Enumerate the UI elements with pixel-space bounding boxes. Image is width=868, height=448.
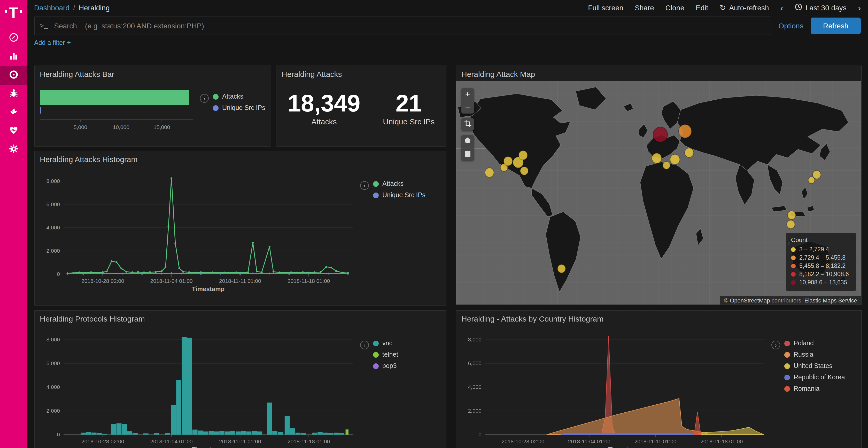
legend-item[interactable]: Unique Src IPs xyxy=(373,192,426,199)
breadcrumb-dashboard-link[interactable]: Dashboard xyxy=(34,4,69,12)
panel-title: Heralding - Attacks by Country Histogram xyxy=(456,311,861,325)
svg-text:2018-11-11 01:00: 2018-11-11 01:00 xyxy=(634,439,677,444)
legend-item[interactable]: Attacks xyxy=(373,180,426,187)
sidebar-item-dashboard[interactable] xyxy=(0,66,27,84)
legend-label: Attacks xyxy=(382,180,404,187)
metric-label: Attacks xyxy=(288,117,361,126)
sidebar-item-tools[interactable] xyxy=(0,103,27,122)
legend-item[interactable]: pop3 xyxy=(373,362,398,370)
options-link[interactable]: Options xyxy=(778,22,803,30)
draw-rectangle-button[interactable] xyxy=(461,148,474,161)
refresh-button[interactable]: Refresh xyxy=(811,18,861,34)
legend-dot xyxy=(784,340,790,346)
top-nav: Dashboard/Heralding Full screen Share Cl… xyxy=(27,0,868,15)
legend-item[interactable]: Russia xyxy=(784,351,845,358)
search-box[interactable]: >_ xyxy=(34,16,771,35)
legend-collapse-icon[interactable]: › xyxy=(200,94,209,103)
search-input[interactable] xyxy=(53,21,766,30)
legend-item[interactable]: Attacks xyxy=(213,93,265,100)
svg-text:4,000: 4,000 xyxy=(46,384,60,390)
svg-text:2,000: 2,000 xyxy=(46,408,60,414)
attacks-bar-chart[interactable]: 5,00010,00015,000 xyxy=(39,87,199,136)
legend-item[interactable]: 3 – 2,729.4 xyxy=(791,246,851,252)
country-histogram-chart[interactable]: 02,0004,0006,0008,0002018-10-28 02:00201… xyxy=(460,326,770,448)
legend-dot xyxy=(784,363,790,369)
square-icon xyxy=(464,150,471,159)
legend-dot xyxy=(791,280,796,285)
svg-text:0: 0 xyxy=(478,432,482,438)
wrench-icon xyxy=(8,107,18,118)
svg-text:2018-11-04 01:00: 2018-11-04 01:00 xyxy=(150,278,193,284)
time-back-button[interactable]: ‹ xyxy=(780,3,783,12)
metric-value: 18,349 xyxy=(288,91,361,116)
sidebar-item-visualize[interactable] xyxy=(0,47,27,66)
legend-item[interactable]: Romania xyxy=(784,385,845,392)
time-forward-button[interactable]: › xyxy=(858,3,861,12)
attacks-histogram-chart[interactable]: 02,0004,0006,0008,0002018-10-28 02:00201… xyxy=(39,167,359,300)
auto-refresh-button[interactable]: ↻Auto-refresh xyxy=(719,3,769,12)
legend-collapse-icon[interactable]: › xyxy=(360,341,369,349)
sidebar-item-discover[interactable] xyxy=(0,29,27,47)
openstreetmap-link[interactable]: OpenStreetMap xyxy=(730,297,770,304)
add-filter-link[interactable]: Add a filter+ xyxy=(34,39,71,46)
legend-item[interactable]: Unique Src IPs xyxy=(213,104,265,111)
panel-attacks-bar: Heralding Attacks Bar 5,00010,00015,000 … xyxy=(34,66,271,146)
legend-label: vnc xyxy=(382,340,393,347)
legend-dot xyxy=(791,247,796,252)
sidebar-item-security[interactable] xyxy=(0,84,27,103)
svg-text:2018-10-28 02:00: 2018-10-28 02:00 xyxy=(82,439,124,444)
svg-text:Timestamp: Timestamp xyxy=(609,446,641,448)
panel-attacks-metric: Heralding Attacks 18,349 Attacks 21 Uniq… xyxy=(276,66,446,146)
legend-item[interactable]: 10,908.6 – 13,635 xyxy=(791,279,851,285)
sidebar-item-monitoring[interactable] xyxy=(0,122,27,140)
clone-button[interactable]: Clone xyxy=(665,4,684,12)
legend-item[interactable]: 5,455.8 – 8,182.2 xyxy=(791,263,851,269)
panel-title: Heralding Attacks Bar xyxy=(35,66,271,80)
breadcrumb: Dashboard/Heralding xyxy=(34,4,110,12)
zoom-out-button[interactable]: − xyxy=(461,101,474,113)
legend-dot xyxy=(373,340,379,346)
legend-dot xyxy=(784,386,790,391)
legend-dot xyxy=(791,264,796,268)
legend-label: 2,729.4 – 5,455.8 xyxy=(799,254,845,261)
panel-attacks-histogram: Heralding Attacks Histogram 02,0004,0006… xyxy=(34,151,446,306)
legend-item[interactable]: Poland xyxy=(784,340,845,347)
logo-letter: T xyxy=(9,5,18,21)
telekom-logo[interactable]: T xyxy=(5,5,23,21)
svg-text:2018-10-28 02:00: 2018-10-28 02:00 xyxy=(82,278,124,284)
time-range-picker[interactable]: Last 30 days xyxy=(795,3,846,12)
legend-label: pop3 xyxy=(382,362,397,370)
legend-item[interactable]: Republic of Korea xyxy=(784,374,845,381)
protocols-histogram-chart[interactable]: 02,0004,0006,0008,0002018-10-28 02:00201… xyxy=(39,326,359,448)
legend-item[interactable]: vnc xyxy=(373,340,398,347)
metric-attacks: 18,349 Attacks xyxy=(288,91,361,126)
sidebar: T xyxy=(0,0,27,448)
legend-collapse-icon[interactable]: › xyxy=(360,181,369,190)
legend-item[interactable]: 8,182.2 – 10,908.6 xyxy=(791,271,851,277)
sidebar-item-settings[interactable] xyxy=(0,140,27,159)
share-button[interactable]: Share xyxy=(635,4,654,12)
full-screen-button[interactable]: Full screen xyxy=(588,4,623,12)
elastic-maps-link[interactable]: Elastic Maps Service xyxy=(804,297,857,304)
kibana-dashboard: T Dashboard/Heralding Fu xyxy=(0,0,868,448)
attack-map[interactable]: + − › Count 3 – 2,729.42,729.4 – 5,455.8… xyxy=(456,81,861,305)
breadcrumb-separator: / xyxy=(73,4,75,12)
svg-text:Timestamp: Timestamp xyxy=(192,446,224,448)
legend-collapse-icon[interactable]: › xyxy=(771,341,780,349)
legend-item[interactable]: 2,729.4 – 5,455.8 xyxy=(791,254,851,261)
edit-button[interactable]: Edit xyxy=(696,4,708,12)
legend-item[interactable]: telnet xyxy=(373,351,398,358)
zoom-in-button[interactable]: + xyxy=(461,88,474,101)
legend-dot xyxy=(373,192,379,198)
gauge-icon xyxy=(8,69,18,81)
legend-dot xyxy=(213,94,219,99)
breadcrumb-current: Heralding xyxy=(79,4,110,12)
map-legend-title: Count xyxy=(791,236,851,244)
clock-icon xyxy=(795,3,802,12)
legend-wrap: › AttacksUnique Src IPs xyxy=(199,87,265,136)
draw-polygon-button[interactable] xyxy=(461,135,474,148)
fit-bounds-button[interactable] xyxy=(461,118,474,131)
svg-text:8,000: 8,000 xyxy=(46,337,60,342)
panel-attack-map: Heralding Attack Map xyxy=(456,66,862,305)
legend-item[interactable]: United States xyxy=(784,362,845,370)
